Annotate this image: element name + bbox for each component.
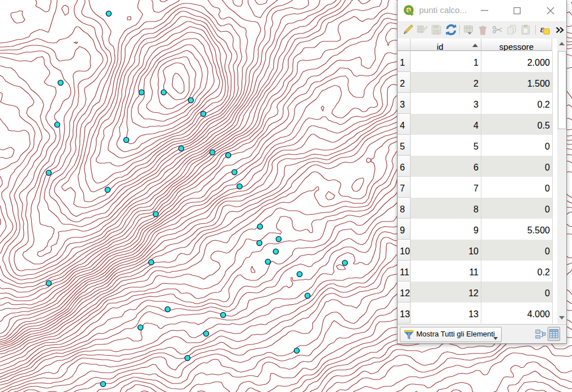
- svg-text:ε: ε: [540, 24, 544, 35]
